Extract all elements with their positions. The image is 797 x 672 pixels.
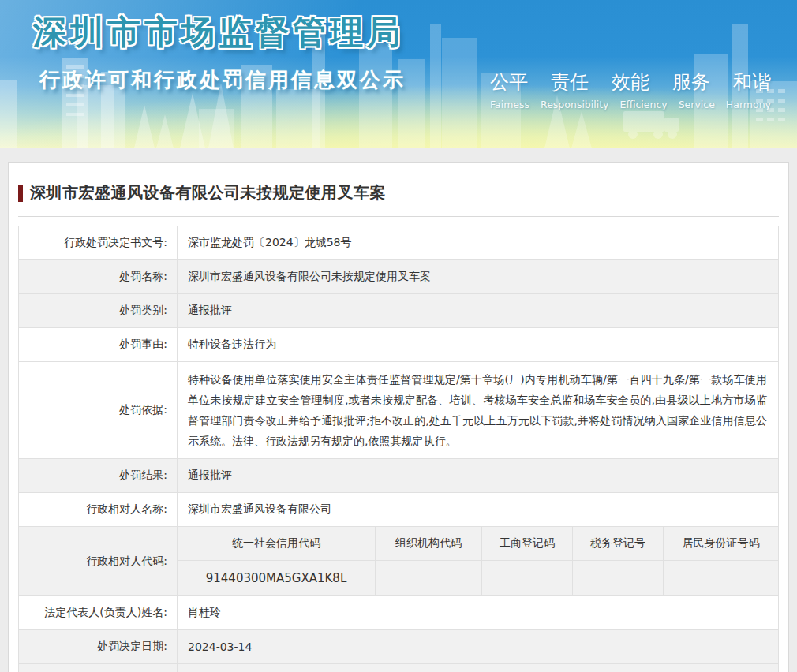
site-title: 深圳市市场监督管理局 [33,10,404,54]
content-panel: 深圳市宏盛通风设备有限公司未按规定使用叉车案 行政处罚决定书文号: 深市监龙处罚… [8,162,789,672]
field-label: 行政相对人名称: [19,493,178,526]
slogan-word: 公平 [490,69,528,95]
code-column-credit-code: 统一社会信用代码 91440300MA5GXA1K8L [178,527,375,595]
code-column-org-code: 组织机构代码 [375,527,481,595]
field-value: 深市监龙处罚〔2024〕龙城58号 [178,226,778,259]
field-value: 深圳市宏盛通风设备有限公司未按规定使用叉车案 [178,260,778,293]
field-value: 深圳市宏盛通风设备有限公司 [178,493,778,526]
title-divider [18,216,779,217]
penalty-info-table: 行政处罚决定书文号: 深市监龙处罚〔2024〕龙城58号 处罚名称: 深圳市宏盛… [18,226,779,672]
field-label: 处罚名称: [19,260,178,293]
slogan-word: 责任 [551,69,589,95]
slogan-chinese: 公平 责任 效能 服务 和谐 [490,69,771,95]
code-header: 居民身份证号码 [664,527,778,561]
table-row-party-codes: 行政相对人代码: 统一社会信用代码 91440300MA5GXA1K8L 组织机… [19,527,778,596]
field-label: 行政相对人代码: [19,527,178,595]
table-row-penalty-name: 处罚名称: 深圳市宏盛通风设备有限公司未按规定使用叉车案 [19,260,778,294]
site-banner: 深圳市市场监督管理局 行政许可和行政处罚信用信息双公示 公平 责任 效能 服务 … [0,0,797,148]
table-row-penalty-reason: 处罚事由: 特种设备违法行为 [19,328,778,362]
table-row-penalty-result: 处罚结果: 通报批评 [19,459,778,493]
field-label: 处罚决定日期: [19,630,178,663]
code-value: 91440300MA5GXA1K8L [178,561,375,595]
field-value: 特种设备使用单位落实使用安全主体责任监督管理规定/第十章场(厂)内专用机动车辆/… [178,362,778,458]
page-title: 深圳市宏盛通风设备有限公司未按规定使用叉车案 [30,182,386,203]
field-value: 特种设备违法行为 [178,328,778,361]
table-row-decision-number: 行政处罚决定书文号: 深市监龙处罚〔2024〕龙城58号 [19,226,778,260]
slogan-english: Faimess Responsibility Efficiency Servic… [490,99,771,110]
field-label: 处罚事由: [19,328,178,361]
field-label: 处罚依据: [19,362,178,458]
code-value [573,561,663,595]
slogan-word-en: Faimess [490,99,529,110]
field-value: 通报批评 [178,459,778,492]
table-row-party-name: 行政相对人名称: 深圳市宏盛通风设备有限公司 [19,493,778,527]
field-value: 肖桂玲 [178,596,778,629]
code-value [376,561,481,595]
code-column-id-number: 居民身份证号码 [663,527,778,595]
table-row-decision-date: 处罚决定日期: 2024-03-14 [19,630,778,664]
table-row-penalty-basis: 处罚依据: 特种设备使用单位落实使用安全主体责任监督管理规定/第十章场(厂)内专… [19,362,778,459]
slogan-word: 服务 [672,69,710,95]
field-label: 法定代表人(负责人)姓名: [19,596,178,629]
code-value [482,561,572,595]
codes-subtable: 统一社会信用代码 91440300MA5GXA1K8L 组织机构代码 工商登记码… [178,527,778,595]
slogan-word: 效能 [612,69,649,95]
field-value: 2024-03-14 [178,630,778,663]
slogan-word-en: Harmony [726,99,771,110]
title-marker-bar [18,185,23,202]
table-row-penalty-category: 处罚类别: 通报批评 [19,294,778,328]
code-value [664,561,778,595]
field-label: 处罚机关: [19,664,178,672]
code-header: 统一社会信用代码 [178,527,375,561]
field-value: 通报批评 [178,294,778,327]
slogan-word-en: Efficiency [619,99,667,110]
slogan-word-en: Service [679,99,715,110]
code-header: 税务登记号 [573,527,663,561]
field-label: 处罚结果: [19,459,178,492]
field-label: 行政处罚决定书文号: [19,226,178,259]
field-label: 处罚类别: [19,294,178,327]
slogan-word: 和谐 [733,69,771,95]
table-row-penalty-authority: 处罚机关: 深圳市市场监督管理局龙岗监管局 [19,664,778,672]
code-header: 工商登记码 [482,527,572,561]
case-title-row: 深圳市宏盛通风设备有限公司未按规定使用叉车案 [18,182,779,203]
code-column-business-reg: 工商登记码 [481,527,572,595]
code-column-tax-reg: 税务登记号 [572,527,663,595]
slogan-word-en: Responsibility [541,99,608,110]
table-row-legal-representative: 法定代表人(负责人)姓名: 肖桂玲 [19,596,778,630]
slogan-block: 公平 责任 效能 服务 和谐 Faimess Responsibility Ef… [490,69,771,110]
site-subtitle: 行政许可和行政处罚信用信息双公示 [39,66,406,94]
code-header: 组织机构代码 [376,527,481,561]
field-value: 深圳市市场监督管理局龙岗监管局 [178,664,778,672]
